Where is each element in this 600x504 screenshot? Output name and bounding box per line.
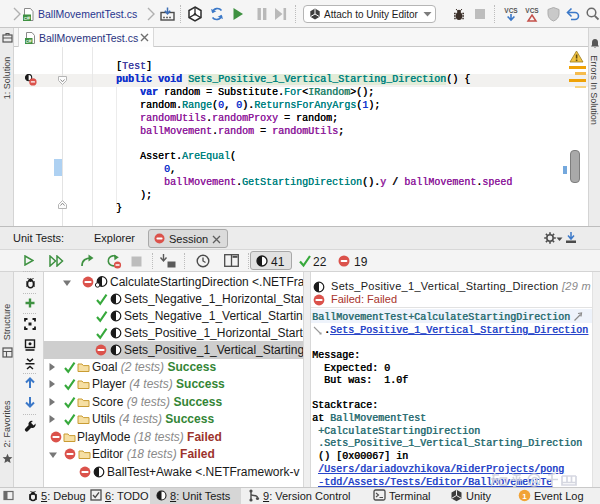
svg-text:VCS: VCS — [525, 7, 539, 14]
svg-text:c#: c# — [26, 38, 33, 44]
svg-text:1: 1 — [522, 492, 527, 501]
svg-text:c#: c# — [24, 15, 31, 21]
svg-text:VCS: VCS — [504, 7, 518, 14]
